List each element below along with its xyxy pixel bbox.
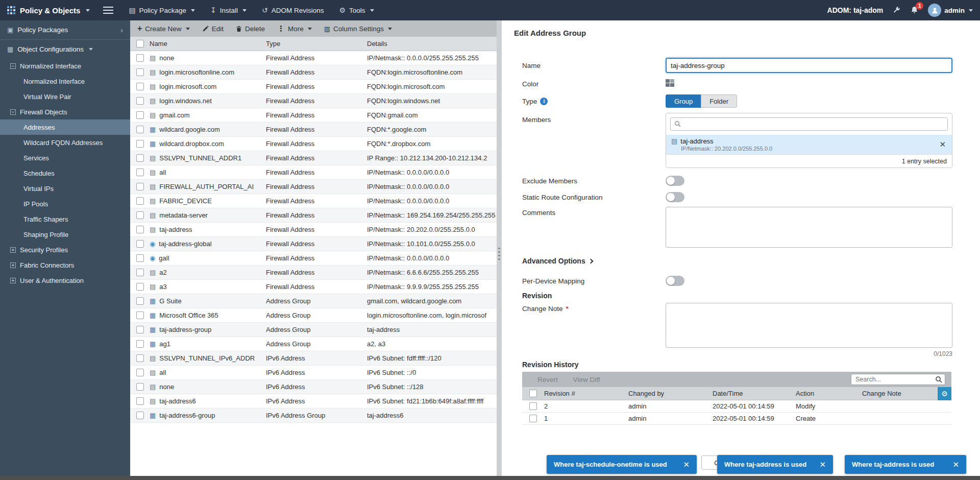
row-checkbox[interactable] bbox=[136, 240, 144, 248]
plus-expander-icon[interactable]: + bbox=[10, 278, 16, 283]
system-tools-icon[interactable] bbox=[892, 6, 901, 15]
revert-button[interactable]: Revert bbox=[537, 376, 558, 383]
column-header-details[interactable]: Details bbox=[367, 40, 497, 47]
toast-notification[interactable]: Where taj-address is used✕ bbox=[845, 455, 966, 474]
menu-adom-revisions[interactable]: ↺ADOM Revisions bbox=[262, 6, 324, 14]
column-header-change-note[interactable]: Change Note bbox=[862, 390, 938, 397]
pane-splitter[interactable] bbox=[497, 20, 502, 476]
row-checkbox[interactable] bbox=[136, 283, 144, 291]
minus-expander-icon[interactable]: − bbox=[10, 63, 16, 69]
table-row[interactable]: taj-addressFirewall AddressIP/Netmask:: … bbox=[130, 223, 497, 237]
sidebar-item-firewall-objects[interactable]: −Firewall Objects bbox=[0, 104, 130, 119]
table-row[interactable]: login.microsoftonline.comFirewall Addres… bbox=[130, 65, 497, 80]
sidebar-item-schedules[interactable]: Schedules bbox=[0, 165, 130, 181]
selected-member-entry[interactable]: taj-address IP/Netmask:: 20.202.0.0/255.… bbox=[666, 135, 952, 154]
toast-notification[interactable]: Where taj-schedule-onetime is used✕ bbox=[547, 455, 697, 474]
revision-row[interactable]: 1admin2022-05-01 00:14:59Create bbox=[522, 413, 951, 425]
row-checkbox[interactable] bbox=[136, 97, 144, 105]
revision-search-input[interactable] bbox=[851, 374, 945, 385]
color-picker-button[interactable] bbox=[666, 79, 676, 88]
exclude-members-toggle[interactable] bbox=[666, 176, 684, 186]
row-checkbox[interactable] bbox=[136, 354, 144, 362]
menu-tools[interactable]: ⚙Tools bbox=[339, 6, 374, 14]
row-checkbox[interactable] bbox=[136, 54, 144, 62]
row-checkbox[interactable] bbox=[136, 397, 144, 405]
sidebar-item-ip-pools[interactable]: IP Pools bbox=[0, 196, 130, 211]
row-checkbox[interactable] bbox=[136, 383, 144, 391]
row-checkbox[interactable] bbox=[136, 226, 144, 233]
view-diff-button[interactable]: View Diff bbox=[573, 376, 600, 383]
sidebar-item-shaping-profile[interactable]: Shaping Profile bbox=[0, 227, 130, 242]
sidebar-item-wildcard-fqdn-addresses[interactable]: Wildcard FQDN Addresses bbox=[0, 135, 130, 150]
info-icon[interactable]: i bbox=[540, 98, 548, 105]
user-menu[interactable]: admin bbox=[928, 4, 973, 17]
row-checkbox[interactable] bbox=[136, 412, 144, 419]
sidebar-item-user-authentication[interactable]: +User & Authentication bbox=[0, 273, 130, 288]
revision-row[interactable]: 2admin2022-05-01 00:14:59Modify bbox=[522, 400, 951, 413]
row-checkbox[interactable] bbox=[136, 140, 144, 148]
table-row[interactable]: taj-address6IPv6 AddressIPv6 Subnet: fd2… bbox=[130, 394, 497, 409]
column-header-action[interactable]: Action bbox=[796, 390, 862, 397]
table-row[interactable]: gmail.comFirewall AddressFQDN:gmail.com bbox=[130, 108, 497, 123]
comments-textarea[interactable] bbox=[666, 207, 952, 248]
table-row[interactable]: SSLVPN_TUNNEL_ADDR1Firewall AddressIP Ra… bbox=[130, 151, 497, 165]
row-checkbox[interactable] bbox=[136, 154, 144, 162]
table-row[interactable]: Microsoft Office 365Address Grouplogin.m… bbox=[130, 308, 497, 323]
table-row[interactable]: a3Firewall AddressIP/Netmask:: 9.9.9.9/2… bbox=[130, 280, 497, 294]
sidebar-item-traffic-shapers[interactable]: Traffic Shapers bbox=[0, 211, 130, 227]
per-device-mapping-toggle[interactable] bbox=[666, 276, 684, 286]
type-option-folder[interactable]: Folder bbox=[701, 94, 737, 108]
change-note-textarea[interactable] bbox=[666, 303, 952, 348]
edit-button[interactable]: Edit bbox=[202, 25, 224, 33]
row-checkbox[interactable] bbox=[136, 326, 144, 333]
adom-selector[interactable]: ADOM: taj-adom bbox=[827, 6, 884, 14]
sidebar-item-virtual-wire-pair[interactable]: Virtual Wire Pair bbox=[0, 89, 130, 104]
table-row[interactable]: noneFirewall AddressIP/Netmask:: 0.0.0.0… bbox=[130, 51, 497, 65]
sidebar-item-normalized-interface[interactable]: Normalized Interface bbox=[0, 74, 130, 89]
members-search-input[interactable] bbox=[670, 117, 948, 131]
column-header-datetime[interactable]: Date/Time bbox=[713, 390, 796, 397]
advanced-options-toggle[interactable]: Advanced Options bbox=[522, 257, 980, 265]
column-header-changed-by[interactable]: Changed by bbox=[628, 390, 713, 397]
plus-expander-icon[interactable]: + bbox=[10, 262, 16, 268]
sidebar-item-normalized-interface[interactable]: −Normalized Interface bbox=[0, 58, 130, 74]
table-row[interactable]: G SuiteAddress Groupgmail.com, wildcard.… bbox=[130, 294, 497, 308]
menu-policy-package[interactable]: ▤Policy Package bbox=[129, 6, 195, 14]
sidebar-item-object-configurations[interactable]: ▦ Object Configurations bbox=[0, 40, 130, 58]
toast-notification[interactable]: Where taj-address is used✕ bbox=[717, 455, 833, 474]
row-checkbox[interactable] bbox=[136, 83, 144, 90]
table-row[interactable]: allIPv6 AddressIPv6 Subnet: ::/0 bbox=[130, 366, 497, 380]
minus-expander-icon[interactable]: − bbox=[10, 109, 16, 115]
table-row[interactable]: FABRIC_DEVICEFirewall AddressIP/Netmask:… bbox=[130, 194, 497, 208]
table-row[interactable]: gallFirewall AddressIP/Netmask:: 0.0.0.0… bbox=[130, 251, 497, 266]
row-checkbox[interactable] bbox=[136, 169, 144, 176]
row-checkbox[interactable] bbox=[136, 340, 144, 348]
table-row[interactable]: login.windows.netFirewall AddressFQDN:lo… bbox=[130, 94, 497, 108]
table-row[interactable]: SSLVPN_TUNNEL_IPv6_ADDRIPv6 AddressIPv6 … bbox=[130, 351, 497, 366]
row-checkbox[interactable] bbox=[136, 111, 144, 119]
row-checkbox[interactable] bbox=[136, 197, 144, 205]
row-checkbox[interactable] bbox=[136, 211, 144, 219]
table-row[interactable]: login.microsoft.comFirewall AddressFQDN:… bbox=[130, 80, 497, 94]
table-row[interactable]: allFirewall AddressIP/Netmask:: 0.0.0.0/… bbox=[130, 165, 497, 180]
column-header-revision[interactable]: Revision # bbox=[544, 390, 628, 397]
table-row[interactable]: noneIPv6 AddressIPv6 Subnet: ::/128 bbox=[130, 380, 497, 394]
row-checkbox[interactable] bbox=[136, 126, 144, 133]
table-row[interactable]: taj-address-groupAddress Grouptaj-addres… bbox=[130, 323, 497, 337]
revision-checkbox[interactable] bbox=[529, 402, 537, 410]
more-button[interactable]: ⋮ More bbox=[277, 24, 312, 33]
close-icon[interactable]: ✕ bbox=[683, 460, 690, 469]
sidebar-item-addresses[interactable]: Addresses bbox=[0, 119, 130, 135]
plus-expander-icon[interactable]: + bbox=[10, 247, 16, 253]
sidebar-toggle-button[interactable] bbox=[103, 7, 113, 14]
type-option-group[interactable]: Group bbox=[666, 94, 701, 108]
sidebar-item-policy-packages[interactable]: ▣ Policy Packages › bbox=[0, 20, 130, 40]
row-checkbox[interactable] bbox=[136, 311, 144, 319]
static-route-toggle[interactable] bbox=[666, 192, 684, 202]
table-row[interactable]: FIREWALL_AUTH_PORTAL_AIFirewall AddressI… bbox=[130, 180, 497, 194]
table-row[interactable]: taj-address6-groupIPv6 Address Grouptaj-… bbox=[130, 409, 497, 423]
table-row[interactable]: ag1Address Groupa2, a3 bbox=[130, 337, 497, 351]
sidebar-item-security-profiles[interactable]: +Security Profiles bbox=[0, 242, 130, 257]
table-row[interactable]: wildcard.google.comFirewall AddressFQDN:… bbox=[130, 123, 497, 137]
table-row[interactable]: wildcard.dropbox.comFirewall AddressFQDN… bbox=[130, 137, 497, 151]
